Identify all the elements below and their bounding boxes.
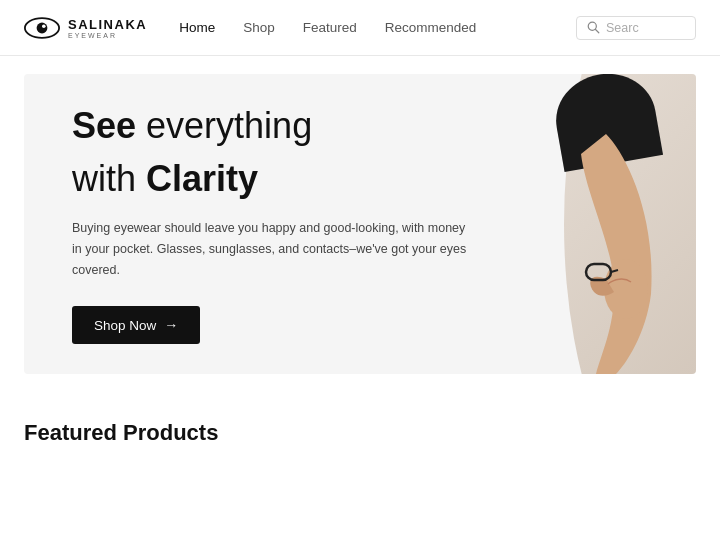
hero-see: See [72,105,136,146]
shop-now-button[interactable]: Shop Now → [72,306,200,344]
logo-text: SALINAKA EYEWEAR [68,17,147,39]
hero-section: See everything with Clarity Buying eyewe… [24,74,696,374]
search-icon [587,21,600,34]
featured-section: Featured Products [0,392,720,446]
logo[interactable]: SALINAKA EYEWEAR [24,17,147,39]
hero-content: See everything with Clarity Buying eyewe… [24,74,520,374]
featured-title: Featured Products [24,420,696,446]
nav-shop[interactable]: Shop [243,20,275,35]
hero-clarity: Clarity [146,158,258,199]
search-bar[interactable]: Searc [576,16,696,40]
nav-featured[interactable]: Featured [303,20,357,35]
nav-links: Home Shop Featured Recommended [179,20,576,35]
brand-tagline: EYEWEAR [68,32,147,39]
hero-title-line1: See everything [72,104,472,147]
nav-recommended[interactable]: Recommended [385,20,477,35]
hero-everything: everything [136,105,312,146]
shop-now-label: Shop Now [94,318,156,333]
nav-home[interactable]: Home [179,20,215,35]
brand-name: SALINAKA [68,17,147,32]
shop-now-arrow: → [164,317,178,333]
svg-point-1 [37,22,48,33]
hero-with: with [72,158,146,199]
hero-title-line2: with Clarity [72,157,472,200]
hero-description: Buying eyewear should leave you happy an… [72,218,472,280]
logo-icon [24,17,60,39]
navbar: SALINAKA EYEWEAR Home Shop Featured Reco… [0,0,720,56]
hero-person-svg [526,134,666,374]
svg-line-4 [596,30,599,33]
svg-point-2 [42,24,46,28]
search-placeholder: Searc [606,21,639,35]
